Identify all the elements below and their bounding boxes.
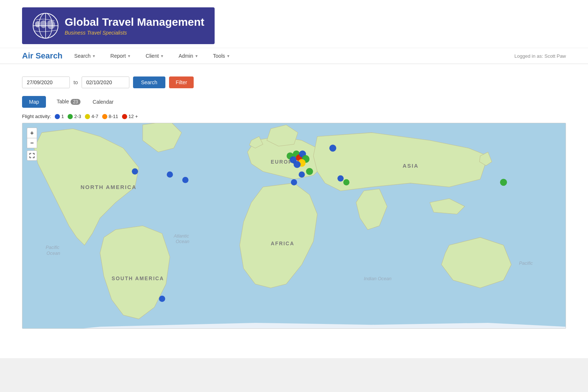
- legend-title: Flight activity:: [22, 114, 51, 119]
- legend-dot-red: [122, 114, 127, 119]
- fullscreen-button[interactable]: [27, 150, 37, 161]
- svg-point-25: [299, 171, 305, 178]
- svg-point-24: [329, 145, 336, 152]
- svg-point-30: [500, 179, 507, 186]
- legend-dot-blue: [55, 114, 60, 119]
- tools-dropdown-arrow: ▼: [226, 54, 230, 58]
- legend-item-12plus: 12 +: [122, 114, 138, 119]
- view-tabs: Map Table23 Calendar: [22, 96, 566, 108]
- map-container[interactable]: NORTH AMERICA EUROPE ASIA AFRICA SOUTH A…: [22, 123, 566, 329]
- navbar: Air Search Search ▼ Report ▼ Client ▼ Ad…: [0, 48, 588, 64]
- svg-point-23: [294, 161, 301, 168]
- legend-item-4-7: 4-7: [85, 114, 98, 119]
- navbar-left: Air Search Search ▼ Report ▼ Client ▼ Ad…: [22, 51, 233, 61]
- logo-title: Global Travel Management: [65, 16, 204, 29]
- svg-text:Pacific: Pacific: [519, 261, 533, 266]
- svg-text:AFRICA: AFRICA: [271, 241, 294, 246]
- logo-text: Global Travel Management Business Travel…: [65, 16, 204, 36]
- nav-brand[interactable]: Air Search: [22, 51, 62, 61]
- svg-text:Atlantic: Atlantic: [173, 234, 189, 239]
- svg-point-33: [132, 168, 138, 175]
- main-content: to Search Filter Map Table23 Calendar Fl…: [0, 64, 588, 358]
- logo-area: Global Travel Management Business Travel…: [0, 4, 588, 48]
- legend-item-1: 1: [55, 114, 64, 119]
- svg-point-28: [337, 175, 344, 182]
- svg-text:ASIA: ASIA: [403, 163, 419, 169]
- svg-point-27: [291, 179, 297, 185]
- globe-icon: [32, 13, 59, 39]
- date-to-input[interactable]: [82, 76, 129, 88]
- zoom-out-button[interactable]: −: [27, 138, 37, 148]
- tab-calendar[interactable]: Calendar: [91, 96, 115, 107]
- tab-table[interactable]: Table23: [50, 96, 87, 108]
- admin-dropdown-arrow: ▼: [195, 54, 198, 58]
- svg-text:Ocean: Ocean: [46, 251, 60, 256]
- nav-item-admin[interactable]: Admin ▼: [176, 51, 201, 60]
- report-dropdown-arrow: ▼: [127, 54, 131, 58]
- client-dropdown-arrow: ▼: [160, 54, 164, 58]
- svg-text:Ocean: Ocean: [176, 239, 189, 245]
- svg-point-32: [182, 177, 189, 183]
- search-bar: to Search Filter: [22, 76, 566, 88]
- logo-subtitle: Business Travel Specialists: [65, 30, 204, 36]
- legend-dot-green: [68, 114, 73, 119]
- to-label: to: [74, 79, 78, 85]
- nav-item-report[interactable]: Report ▼: [107, 51, 134, 60]
- zoom-in-button[interactable]: +: [27, 128, 37, 138]
- nav-item-client[interactable]: Client ▼: [143, 51, 167, 60]
- svg-point-29: [343, 179, 349, 185]
- header: Global Travel Management Business Travel…: [0, 0, 588, 64]
- nav-item-search[interactable]: Search ▼: [71, 51, 98, 60]
- flight-legend: Flight activity: 1 2-3 4-7 8-11 12 +: [22, 114, 566, 119]
- legend-item-8-11: 8-11: [102, 114, 118, 119]
- legend-dot-yellow: [85, 114, 90, 119]
- map-controls: + −: [27, 128, 37, 161]
- table-count-badge: 23: [71, 99, 80, 105]
- svg-text:Indian Ocean: Indian Ocean: [364, 276, 391, 281]
- legend-dot-orange: [102, 114, 107, 119]
- nav-item-tools[interactable]: Tools ▼: [210, 51, 233, 60]
- search-dropdown-arrow: ▼: [92, 54, 96, 58]
- logo-banner: Global Travel Management Business Travel…: [22, 7, 215, 44]
- fullscreen-icon: [29, 153, 35, 158]
- svg-text:NORTH AMERICA: NORTH AMERICA: [80, 184, 136, 190]
- legend-item-2-3: 2-3: [68, 114, 81, 119]
- svg-text:SOUTH AMERICA: SOUTH AMERICA: [112, 276, 164, 281]
- svg-point-34: [159, 296, 165, 302]
- search-button[interactable]: Search: [133, 76, 165, 88]
- filter-button[interactable]: Filter: [169, 76, 194, 88]
- tab-map[interactable]: Map: [22, 96, 46, 108]
- svg-text:Pacific: Pacific: [46, 245, 60, 250]
- svg-point-31: [167, 171, 173, 178]
- world-map-svg: NORTH AMERICA EUROPE ASIA AFRICA SOUTH A…: [22, 123, 566, 328]
- logged-in-label: Logged in as: Scott Paw: [514, 53, 566, 59]
- svg-point-26: [306, 168, 313, 175]
- date-from-input[interactable]: [22, 76, 70, 88]
